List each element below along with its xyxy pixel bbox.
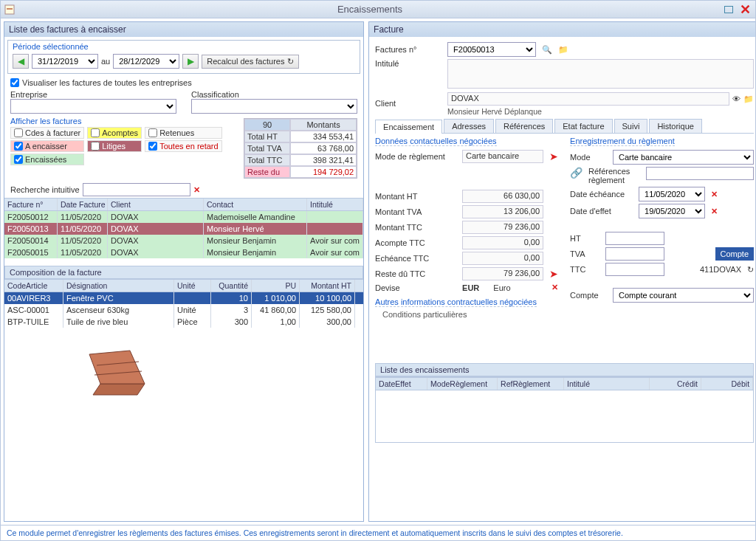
filter-toutes[interactable]: Toutes en retard <box>145 140 222 152</box>
filter-cdes[interactable]: Cdes à facturer <box>10 127 84 139</box>
tab-adresses[interactable]: Adresses <box>444 119 494 133</box>
entreprise-label: Entreprise <box>10 90 176 99</box>
mode2-select[interactable]: Carte bancaire <box>613 150 754 165</box>
comp-row[interactable]: ASC-00001Ascenseur 630kgUnité341 860,001… <box>4 304 363 316</box>
deff-clear-icon[interactable]: ✕ <box>711 207 718 216</box>
period-from[interactable]: 31/12/2019 <box>32 54 98 69</box>
col-num[interactable]: Facture n° <box>4 199 58 210</box>
deff-label: Date d'effet <box>570 207 633 216</box>
period-to[interactable]: 28/12/2029 <box>113 54 179 69</box>
enc-title: Liste des encaissements <box>375 363 754 376</box>
visualiser-label: Visualiser les factures de toutes les en… <box>22 78 192 87</box>
eye-icon[interactable]: 👁 <box>732 94 740 103</box>
mode-label: Mode de règlement <box>375 152 456 161</box>
afficher-label: Afficher les factures <box>10 117 222 125</box>
facture-row[interactable]: F2005001411/05/2020DOVAXMonsieur Benjami… <box>4 235 363 247</box>
enc-col-credit[interactable]: Crédit <box>650 378 701 390</box>
search-clear-icon[interactable]: ✕ <box>193 185 200 195</box>
tab-etat[interactable]: Etat facture <box>554 119 612 133</box>
link-icon[interactable]: 🔗 <box>570 167 583 179</box>
mht-value: 66 030,00 <box>462 190 543 203</box>
intitule-value <box>447 59 754 89</box>
col-date[interactable]: Date Facture <box>58 199 108 210</box>
search-label: Recherche intuitive <box>10 185 80 194</box>
tab-historique[interactable]: Historique <box>649 119 702 133</box>
deff-select[interactable]: 19/05/2020 <box>639 204 705 218</box>
client-folder-icon[interactable]: 📁 <box>743 94 754 104</box>
enc-col-debit[interactable]: Débit <box>701 378 753 390</box>
entreprise-select[interactable] <box>10 99 176 114</box>
tabs: Encaissement Adresses Références Etat fa… <box>375 119 754 134</box>
totals-reste-label: Reste du <box>244 166 290 178</box>
svg-marker-2 <box>93 384 145 395</box>
filter-retenues[interactable]: Retenues <box>145 127 222 139</box>
enc-col-ref[interactable]: RefRèglement <box>498 378 564 390</box>
classification-select[interactable] <box>191 99 357 114</box>
comp-col-des[interactable]: Désignation <box>63 280 174 292</box>
tva-input[interactable] <box>605 247 664 261</box>
devise-label: Devise <box>375 283 456 292</box>
recalc-button[interactable]: Recalcul des factures <box>202 55 299 69</box>
totals-tva-label: Total TVA <box>244 142 290 154</box>
comp-col-mht[interactable]: Montant HT <box>300 280 355 292</box>
close-button[interactable]: ✕ <box>738 4 752 15</box>
comp-row[interactable]: BTP-TUILETuile de rive bleuPièce3001,003… <box>4 316 363 328</box>
ht-input[interactable] <box>605 232 664 245</box>
comp-col-unite[interactable]: Unité <box>174 280 211 292</box>
totals-ttc-label: Total TTC <box>244 154 290 166</box>
app-icon <box>4 4 16 15</box>
col-intitule[interactable]: Intitulé <box>307 199 363 210</box>
col-client[interactable]: Client <box>108 199 204 210</box>
ref-input[interactable] <box>646 167 754 180</box>
totals-tva: 63 768,00 <box>290 142 357 154</box>
maximize-button[interactable] <box>721 4 736 15</box>
deche-clear-icon[interactable]: ✕ <box>711 190 718 199</box>
left-panel: Liste des factures à encaisser Période s… <box>4 21 364 522</box>
facture-row[interactable]: F2005001211/05/2020DOVAXMademoiselle Ama… <box>4 211 363 223</box>
mode-value: Carte bancaire <box>462 150 543 163</box>
devise-clear-icon[interactable]: ✕ <box>551 283 558 292</box>
ac-value: 0,00 <box>462 236 543 249</box>
reste-label: Reste dû TTC <box>375 269 456 278</box>
filter-aencaisser[interactable]: A encaisser <box>10 140 84 152</box>
mht-label: Montant HT <box>375 192 456 201</box>
col-contact[interactable]: Contact <box>204 199 307 210</box>
arrow-icon[interactable]: ➤ <box>549 151 558 162</box>
ttc-label: TTC <box>570 265 599 274</box>
compte-select[interactable]: Compte courant <box>613 288 754 303</box>
filter-litiges[interactable]: Litiges <box>87 140 142 152</box>
period-prev-button[interactable]: ◀ <box>13 54 29 69</box>
binoculars-icon[interactable]: 🔍 <box>542 45 552 55</box>
visualiser-check[interactable]: Visualiser les factures de toutes les en… <box>10 78 357 87</box>
refresh-icon[interactable]: ↻ <box>747 265 754 275</box>
facture-row[interactable]: F2005001511/05/2020DOVAXMonsieur Benjami… <box>4 247 363 258</box>
tab-encaissement[interactable]: Encaissement <box>375 120 442 134</box>
facture-row-selected[interactable]: F2005001311/05/2020DOVAXMonsieur Hervé <box>4 223 363 235</box>
comp-row-selected[interactable]: 00AVIRER3Fenêtre PVC101 010,0010 100,00 <box>4 292 363 304</box>
enc-col-mode[interactable]: ModeRèglement <box>427 378 498 390</box>
ttc-input[interactable] <box>605 263 664 276</box>
facture-num-select[interactable]: F20050013 <box>447 42 536 57</box>
ac-label: Acompte TTC <box>375 238 456 247</box>
svg-rect-1 <box>7 8 13 10</box>
comp-col-pu[interactable]: PU <box>252 280 300 292</box>
period-au: au <box>101 57 110 66</box>
enc-col-date[interactable]: DateEffet <box>376 378 427 390</box>
period-next-button[interactable]: ▶ <box>182 54 199 69</box>
tab-references[interactable]: Références <box>495 119 553 133</box>
devise-code: EUR <box>462 283 479 292</box>
filter-encaissees[interactable]: Encaissées <box>10 154 84 165</box>
comp-col-code[interactable]: CodeArticle <box>4 280 63 292</box>
comp-col-qte[interactable]: Quantité <box>211 280 252 292</box>
deche-select[interactable]: 11/05/2020 <box>639 187 705 201</box>
titlebar: Encaissements ✕ <box>1 1 755 18</box>
arrow-icon[interactable]: ➤ <box>549 268 558 280</box>
enc-col-int[interactable]: Intitulé <box>564 378 650 390</box>
folder-icon[interactable]: 📁 <box>558 45 568 55</box>
compte-button[interactable]: Compte <box>715 247 755 261</box>
cond-label: Conditions particulières <box>382 310 558 319</box>
totals-ttc: 398 321,41 <box>290 154 357 166</box>
tab-suivi[interactable]: Suivi <box>614 119 648 133</box>
filter-acomptes[interactable]: Acomptes <box>87 127 142 139</box>
search-input[interactable] <box>83 183 190 196</box>
